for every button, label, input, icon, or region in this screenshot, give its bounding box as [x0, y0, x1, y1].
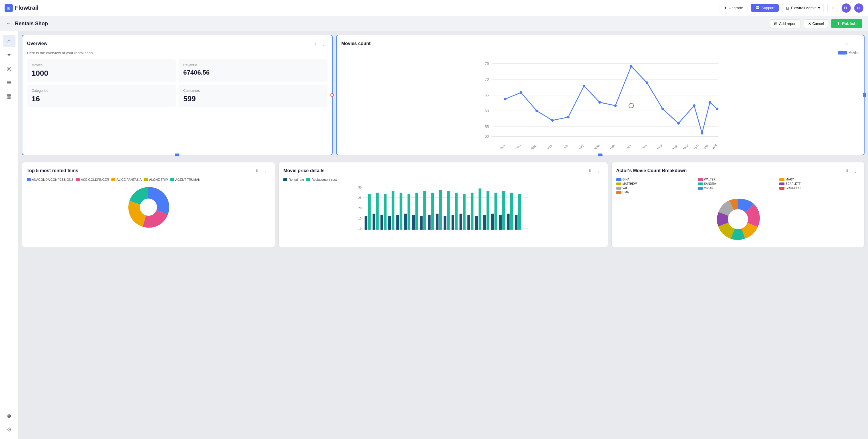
- svg-text:50: 50: [485, 134, 489, 138]
- svg-point-12: [504, 98, 506, 100]
- main-content: Overview ⠿ ⋮ Here is the overview of you…: [19, 31, 868, 439]
- overview-title: Overview: [27, 41, 48, 46]
- svg-text:Games: Games: [638, 144, 648, 149]
- svg-rect-72: [423, 191, 426, 230]
- drag-handle-3[interactable]: ⠿: [256, 168, 259, 173]
- svg-rect-74: [431, 193, 434, 230]
- svg-rect-77: [444, 216, 446, 230]
- svg-rect-94: [510, 193, 513, 230]
- movies-resize-right[interactable]: [863, 93, 866, 97]
- svg-rect-89: [491, 214, 494, 230]
- user-badge[interactable]: FL: [854, 3, 863, 12]
- price-menu[interactable]: ⋮: [594, 167, 603, 175]
- svg-rect-68: [408, 194, 410, 230]
- stat-categories: Categories 16: [27, 85, 176, 107]
- svg-rect-88: [487, 191, 489, 230]
- svg-point-13: [520, 91, 522, 94]
- legend-alice-color: [112, 178, 115, 181]
- movies-resize-bottom[interactable]: [598, 154, 602, 156]
- svg-rect-83: [468, 215, 470, 230]
- svg-point-16: [567, 116, 569, 119]
- admin-dropdown[interactable]: ⊟ Flowtrail Admin ▾: [782, 4, 824, 12]
- svg-point-26: [709, 101, 711, 103]
- back-button[interactable]: ←: [5, 20, 12, 28]
- stat-categories-value: 16: [32, 94, 171, 103]
- legend-rental: Rental rate: [283, 178, 304, 181]
- drag-handle-2[interactable]: ⠿: [845, 41, 848, 46]
- svg-point-20: [630, 65, 632, 67]
- sidebar-item-charts[interactable]: ▤: [3, 76, 16, 89]
- svg-rect-80: [455, 193, 458, 230]
- svg-rect-86: [479, 189, 482, 230]
- sub-header: ← Rentals Shop ⊞ Add report ✕ Cancel ⬆ P…: [0, 16, 868, 31]
- legend-groucho: GROUCHO: [779, 187, 860, 190]
- top5-legend: ANACONDA CONFESSIONS ACE GOLDFINGER ALIC…: [27, 178, 270, 181]
- resize-handle-bottom[interactable]: [175, 154, 179, 156]
- price-title: Movie price details: [283, 168, 324, 173]
- svg-text:Animation: Animation: [508, 144, 521, 149]
- publish-button[interactable]: ⬆ Publish: [831, 19, 862, 28]
- legend-replacement: Replacement cost: [306, 178, 337, 181]
- movies-legend-label: Movies: [848, 51, 859, 55]
- svg-text:Comedy: Comedy: [557, 144, 569, 149]
- svg-rect-63: [389, 216, 391, 230]
- admin-icon: ⊟: [786, 6, 789, 10]
- legend-agent: AGENT TRUMAN: [170, 178, 200, 181]
- top5-menu[interactable]: ⋮: [261, 167, 270, 175]
- actors-card: Actor's Movie Count Breakdown ⠿ ⋮ GINA W…: [611, 162, 865, 247]
- svg-rect-96: [518, 194, 521, 230]
- legend-alone-color: [144, 178, 148, 181]
- price-legend: Rental rate Replacement cost: [283, 178, 603, 181]
- svg-text:Horror: Horror: [654, 144, 663, 149]
- svg-rect-90: [495, 193, 497, 230]
- top-nav-right: ✦ Upgrade 💬 Support ⊟ Flowtrail Admin ▾ …: [720, 3, 863, 12]
- sub-header-right: ⊞ Add report ✕ Cancel ⬆ Publish: [770, 19, 862, 28]
- drag-handle-4[interactable]: ⠿: [589, 168, 592, 173]
- sidebar-item-home[interactable]: ⌂: [3, 35, 16, 48]
- dashboard-grid: Overview ⠿ ⋮ Here is the overview of you…: [22, 35, 865, 159]
- sidebar-item-ai[interactable]: ☻: [3, 409, 16, 422]
- svg-rect-76: [439, 190, 442, 230]
- svg-rect-84: [471, 193, 474, 230]
- svg-point-22: [661, 107, 664, 110]
- avatar: FL: [842, 3, 851, 12]
- sidebar-item-rocket[interactable]: ✦: [3, 49, 16, 61]
- top5-card: Top 5 most rented films ⠿ ⋮ ANACONDA CON…: [22, 162, 275, 247]
- sidebar-item-reports[interactable]: ▦: [3, 90, 16, 102]
- cancel-button[interactable]: ✕ Cancel: [804, 19, 828, 28]
- movies-chart-svg: 75 70 65 60 55 50: [341, 57, 859, 149]
- svg-text:15: 15: [358, 217, 362, 220]
- svg-rect-67: [404, 214, 407, 230]
- svg-rect-69: [412, 215, 415, 230]
- drag-handle[interactable]: ⠿: [313, 41, 317, 46]
- stat-customers: Customers 599: [179, 85, 327, 107]
- movies-count-menu[interactable]: ⋮: [851, 40, 859, 48]
- svg-rect-71: [420, 216, 423, 230]
- movies-count-title: Movies count: [341, 41, 371, 46]
- svg-point-21: [646, 82, 648, 84]
- legend-ace-color: [76, 178, 80, 181]
- legend-walter: WALTER: [698, 178, 778, 181]
- stat-customers-value: 599: [183, 94, 322, 103]
- svg-text:Action: Action: [497, 144, 506, 149]
- legend-val: VAL: [616, 187, 696, 190]
- drag-handle-5[interactable]: ⠿: [845, 168, 849, 173]
- add-report-button[interactable]: ⊞ Add report: [770, 19, 801, 28]
- legend-gina: GINA: [616, 178, 696, 181]
- actors-menu[interactable]: ⋮: [851, 167, 860, 175]
- stat-revenue-value: 67406.56: [183, 69, 322, 76]
- sidebar-item-settings[interactable]: ⚙: [3, 423, 16, 436]
- svg-point-15: [551, 119, 554, 122]
- support-button[interactable]: 💬 Support: [751, 4, 779, 12]
- legend-anaconda: ANACONDA CONFESSIONS: [27, 178, 73, 181]
- svg-rect-81: [460, 214, 462, 230]
- overview-card: Overview ⠿ ⋮ Here is the overview of you…: [22, 35, 333, 155]
- resize-handle-right[interactable]: [330, 93, 334, 97]
- sidebar-item-data[interactable]: ◎: [3, 62, 16, 75]
- plus-button[interactable]: +: [827, 4, 838, 12]
- svg-text:75: 75: [485, 62, 489, 66]
- overview-menu-button[interactable]: ⋮: [319, 40, 328, 48]
- actors-legend: GINA WALTER MARY MATTHEW: [616, 178, 860, 194]
- svg-point-19: [614, 104, 617, 107]
- upgrade-button[interactable]: ✦ Upgrade: [720, 4, 747, 12]
